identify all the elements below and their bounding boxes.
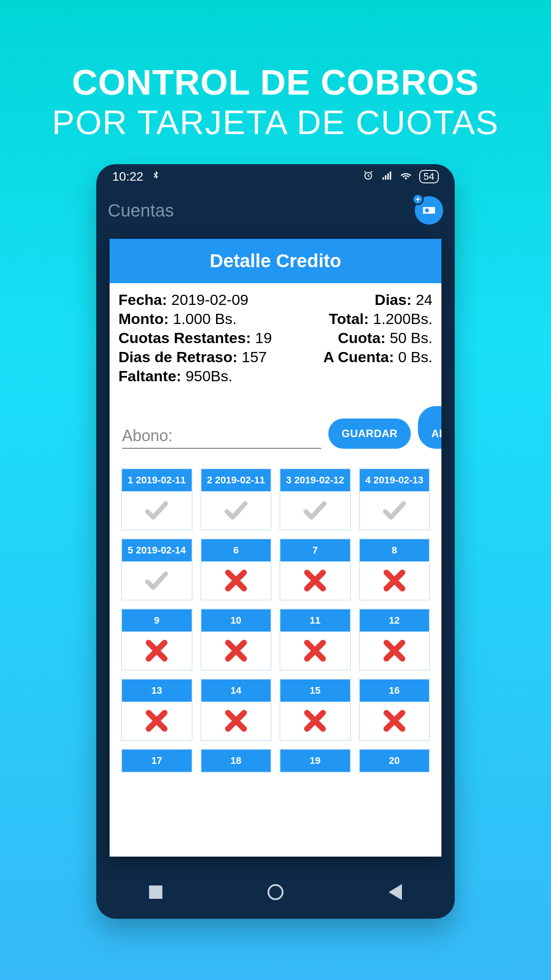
- promo-line1: CONTROL DE COBROS: [0, 62, 551, 103]
- cuotas-restantes-row: Cuotas Restantes: 19: [118, 329, 276, 347]
- add-account-button[interactable]: +: [415, 196, 443, 225]
- cuota-cell[interactable]: 17: [121, 749, 193, 773]
- cuota-cell[interactable]: 18: [201, 749, 272, 773]
- check-icon: [381, 497, 408, 524]
- cross-icon: [301, 707, 329, 735]
- cuota-cell[interactable]: 2 2019-02-11: [201, 468, 272, 530]
- cuota-cell[interactable]: 3 2019-02-12: [279, 468, 351, 530]
- money-icon: [421, 202, 437, 218]
- cuota-cell[interactable]: 1 2019-02-11: [121, 468, 193, 530]
- cross-icon: [143, 707, 170, 735]
- cuota-cell[interactable]: 13: [121, 679, 193, 741]
- app-header: Cuentas +: [96, 189, 455, 232]
- bluetooth-icon: [150, 170, 161, 184]
- svg-rect-3: [387, 173, 389, 179]
- cuota-cell[interactable]: 14: [201, 679, 272, 741]
- cuota-cell-body: [201, 491, 271, 530]
- cuota-cell-body: [122, 632, 192, 670]
- cuota-cell-body: [122, 561, 192, 600]
- dias-row: Dias: 24: [276, 291, 433, 308]
- check-icon: [301, 497, 329, 524]
- cuota-cell-header: 18: [201, 750, 271, 772]
- cuota-cell-header: 8: [360, 539, 429, 561]
- nav-recent-button[interactable]: [149, 885, 162, 899]
- wifi-icon: [400, 169, 412, 185]
- cuota-cell-header: 12: [360, 609, 429, 632]
- cuota-cell[interactable]: 12: [359, 609, 430, 671]
- cuota-cell-body: [360, 632, 429, 670]
- a-cuenta-row: A Cuenta: 0 Bs.: [276, 348, 433, 366]
- cross-icon: [301, 567, 329, 594]
- cross-icon: [301, 637, 329, 664]
- cuota-cell-header: 20: [360, 750, 429, 772]
- cuota-cell-body: [280, 491, 350, 530]
- cuota-cell[interactable]: 20: [359, 749, 430, 773]
- check-icon: [222, 497, 250, 524]
- cuota-cell-header: 15: [280, 680, 350, 702]
- cuota-cell-header: 17: [122, 750, 192, 772]
- cuota-cell[interactable]: 16: [359, 679, 430, 741]
- android-nav-bar: [96, 865, 455, 919]
- cuota-cell-body: [280, 561, 350, 600]
- faltante-row: Faltante: 950Bs.: [118, 368, 276, 385]
- cuota-cell[interactable]: 19: [279, 749, 351, 773]
- cross-icon: [222, 567, 250, 594]
- cuota-row: Cuota: 50 Bs.: [276, 329, 433, 347]
- nav-back-button[interactable]: [389, 884, 402, 900]
- cuota-cell-header: 19: [280, 750, 350, 772]
- cuota-cell[interactable]: 6: [201, 538, 272, 601]
- cuota-cell[interactable]: 10: [201, 609, 272, 671]
- dialog-title: Detalle Credito: [110, 239, 441, 283]
- cross-icon: [143, 637, 170, 664]
- cuota-cell-header: 10: [201, 609, 271, 632]
- total-row: Total: 1.200Bs.: [276, 310, 433, 328]
- promo-banner: CONTROL DE COBROS POR TARJETA DE CUOTAS: [0, 0, 551, 142]
- monto-row: Monto: 1.000 Bs.: [118, 310, 276, 328]
- cuota-cell[interactable]: 15: [279, 679, 351, 741]
- cuota-cell[interactable]: 8: [359, 538, 430, 601]
- svg-rect-2: [385, 175, 386, 180]
- cross-icon: [381, 567, 408, 594]
- app-header-title: Cuentas: [108, 201, 174, 221]
- phone-frame: 10:22 54 Cuentas + Detalle Credito: [96, 164, 455, 919]
- cuota-cell-body: [360, 702, 429, 740]
- cuota-cell[interactable]: 5 2019-02-14: [121, 538, 193, 601]
- cuota-cell[interactable]: 9: [121, 609, 193, 671]
- battery-indicator: 54: [419, 170, 439, 183]
- check-icon: [143, 567, 170, 594]
- ver-abonos-button[interactable]: VER ABONOS: [418, 406, 441, 449]
- cuota-cell[interactable]: 7: [279, 538, 351, 601]
- promo-line2: POR TARJETA DE CUOTAS: [0, 103, 551, 142]
- cuota-cell[interactable]: 11: [279, 609, 351, 671]
- svg-rect-4: [390, 171, 391, 179]
- cuota-cell-body: [360, 491, 429, 530]
- cuota-cell-body: [201, 632, 271, 670]
- cross-icon: [222, 637, 250, 664]
- abono-input[interactable]: [122, 424, 321, 449]
- signal-icon: [381, 170, 393, 184]
- guardar-button[interactable]: GUARDAR: [328, 419, 411, 449]
- cuota-cell-header: 5 2019-02-14: [122, 539, 192, 561]
- cuota-cell-body: [122, 702, 192, 740]
- cuota-cell-header: 6: [201, 539, 271, 561]
- nav-home-button[interactable]: [268, 884, 283, 900]
- cuota-cell-header: 9: [122, 609, 192, 632]
- cuota-cell[interactable]: 4 2019-02-13: [359, 468, 430, 530]
- credit-detail-dialog: Detalle Credito Fecha: 2019-02-09 Dias: …: [110, 239, 441, 857]
- cuota-cell-header: 3 2019-02-12: [280, 469, 350, 491]
- svg-rect-1: [382, 177, 384, 179]
- cuota-cell-body: [280, 702, 350, 740]
- dias-retraso-row: Dias de Retraso: 157: [118, 348, 276, 366]
- cross-icon: [381, 637, 408, 664]
- cuota-cell-body: [360, 561, 429, 600]
- cuotas-grid: 1 2019-02-112 2019-02-113 2019-02-124 20…: [118, 468, 433, 773]
- cuota-cell-header: 1 2019-02-11: [122, 469, 192, 491]
- status-bar: 10:22 54: [96, 164, 455, 189]
- cuota-cell-body: [201, 561, 271, 600]
- check-icon: [143, 497, 170, 524]
- cuota-cell-header: 7: [280, 539, 350, 561]
- cuota-cell-body: [201, 702, 271, 740]
- cuota-cell-header: 4 2019-02-13: [360, 469, 429, 491]
- plus-badge-icon: +: [412, 194, 424, 205]
- alarm-icon: [362, 170, 374, 184]
